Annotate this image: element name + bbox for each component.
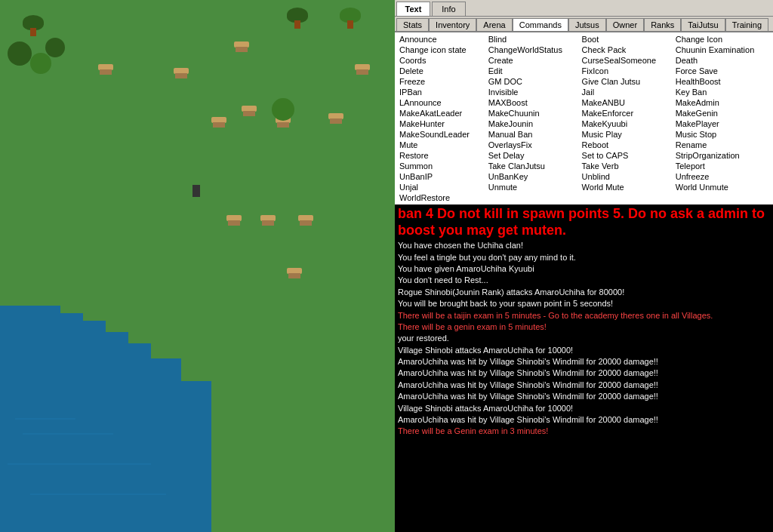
command-cell[interactable]: Manual Ban (485, 129, 579, 140)
command-cell[interactable]: Teleport (673, 161, 771, 171)
table-row: UnjalUnmuteWorld MuteWorld Unmute (396, 182, 771, 192)
command-cell[interactable]: Music Stop (673, 129, 771, 140)
command-cell[interactable]: Summon (396, 161, 485, 171)
sub-tab-jutsus[interactable]: Jutsus (568, 18, 606, 31)
sub-tab-commands[interactable]: Commands (513, 18, 568, 31)
command-cell[interactable]: MakeHunter (396, 118, 485, 129)
command-cell[interactable]: Invisible (485, 87, 579, 97)
tree (8, 42, 29, 63)
command-cell[interactable]: WorldRestore (396, 192, 485, 203)
command-cell[interactable]: Edit (485, 66, 579, 76)
command-cell[interactable]: UnBanKey (485, 171, 579, 182)
command-cell[interactable]: Boot (579, 34, 673, 45)
table-row: MuteOverlaysFixRebootRename (396, 140, 771, 150)
chat-line: AmaroUchiha was hit by Village Shinobi's… (398, 380, 770, 391)
command-cell[interactable]: ChangeWorldStatus (485, 45, 579, 55)
command-cell[interactable]: MakeSoundLeader (396, 129, 485, 140)
command-cell[interactable]: Take Verb (579, 161, 673, 171)
command-cell[interactable]: MakeAkatLeader (396, 108, 485, 118)
command-cell[interactable] (673, 192, 771, 203)
command-cell[interactable]: Key Ban (673, 87, 771, 97)
tree (287, 8, 308, 29)
command-cell[interactable]: Create (485, 55, 579, 66)
command-cell[interactable]: MakeGenin (673, 108, 771, 118)
command-cell[interactable]: Change Icon (673, 34, 771, 45)
command-cell[interactable] (485, 192, 579, 203)
command-cell[interactable]: FixIcon (579, 66, 673, 76)
announcement-text: ban 4 Do not kill in spawn points 5. Do … (398, 206, 770, 238)
command-cell[interactable]: Mute (396, 140, 485, 150)
command-cell[interactable]: CurseSealSomeone (579, 55, 673, 66)
command-cell[interactable]: MakeKyuubi (579, 118, 673, 129)
command-cell[interactable]: Set to CAPS (579, 150, 673, 161)
sub-tab-ranks[interactable]: Ranks (644, 18, 681, 31)
svg-rect-0 (0, 381, 211, 532)
command-cell[interactable]: StripOrganization (673, 150, 771, 161)
command-cell[interactable]: GM DOC (485, 76, 579, 87)
command-cell[interactable]: Delete (396, 66, 485, 76)
command-cell[interactable]: Freeze (396, 76, 485, 87)
command-cell[interactable]: HealthBoost (673, 76, 771, 87)
command-cell[interactable]: World Mute (579, 182, 673, 192)
table-row: Change icon stateChangeWorldStatusCheck … (396, 45, 771, 55)
command-cell[interactable] (579, 192, 673, 203)
command-cell[interactable]: MakeAdmin (673, 97, 771, 108)
main-tab-bar: Text Info (395, 0, 773, 17)
commands-area: AnnounceBlindBootChange IconChange icon … (395, 32, 773, 204)
water-area (0, 230, 211, 532)
chat-line: There will be a genin exam in 5 minutes! (398, 321, 770, 333)
command-cell[interactable]: Blind (485, 34, 579, 45)
sub-tab-taijutsu[interactable]: TaiJutsu (681, 18, 725, 31)
sub-tab-stats[interactable]: Stats (396, 18, 429, 31)
command-cell[interactable]: MakePlayer (673, 118, 771, 129)
tab-text[interactable]: Text (396, 2, 430, 16)
table-row: IPBanInvisibleJailKey Ban (396, 87, 771, 97)
stump (242, 106, 257, 116)
command-cell[interactable]: Change icon state (396, 45, 485, 55)
command-cell[interactable]: OverlaysFix (485, 140, 579, 150)
command-cell[interactable]: LAnnounce (396, 97, 485, 108)
command-cell[interactable]: Music Play (579, 129, 673, 140)
command-cell[interactable]: MAXBoost (485, 97, 579, 108)
stump (98, 64, 113, 75)
command-cell[interactable]: Force Save (673, 66, 771, 76)
command-cell[interactable]: Announce (396, 34, 485, 45)
command-cell[interactable]: IPBan (396, 87, 485, 97)
command-cell[interactable]: Chuunin Examination (673, 45, 771, 55)
table-row: WorldRestore (396, 192, 771, 203)
command-cell[interactable]: Unfreeze (673, 171, 771, 182)
command-cell[interactable]: Check Pack (579, 45, 673, 55)
command-cell[interactable]: Jail (579, 87, 673, 97)
sub-tab-owner[interactable]: Owner (606, 18, 644, 31)
command-cell[interactable]: Unmute (485, 182, 579, 192)
command-cell[interactable]: Take ClanJutsu (485, 161, 579, 171)
command-cell[interactable]: MakeEnforcer (579, 108, 673, 118)
table-row: UnBanIPUnBanKeyUnblindUnfreeze (396, 171, 771, 182)
stump (226, 215, 242, 226)
right-panel: Text Info Stats Inventory Arena Commands… (395, 0, 773, 532)
command-cell[interactable]: Give Clan Jutsu (579, 76, 673, 87)
tab-info[interactable]: Info (432, 2, 466, 16)
game-area (0, 0, 395, 532)
command-cell[interactable]: MakeJounin (485, 118, 579, 129)
command-cell[interactable]: MakeANBU (579, 97, 673, 108)
sub-tab-training[interactable]: Training (725, 18, 768, 31)
table-row: RestoreSet DelaySet to CAPSStripOrganiza… (396, 150, 771, 161)
command-cell[interactable]: MakeChuunin (485, 108, 579, 118)
command-cell[interactable]: World Unmute (673, 182, 771, 192)
command-cell[interactable]: Death (673, 55, 771, 66)
command-cell[interactable]: Reboot (579, 140, 673, 150)
command-cell[interactable]: UnBanIP (396, 171, 485, 182)
command-cell[interactable]: Unjal (396, 182, 485, 192)
command-cell[interactable]: Set Delay (485, 150, 579, 161)
command-cell[interactable]: Unblind (579, 171, 673, 182)
chat-line: Village Shinobi attacks AmaroUchiha for … (398, 345, 770, 356)
chat-line: You feel a tingle but you don't pay any … (398, 252, 770, 263)
command-cell[interactable]: Coords (396, 55, 485, 66)
chat-line: You don't need to Rest... (398, 275, 770, 286)
sub-tab-arena[interactable]: Arena (476, 18, 512, 31)
command-cell[interactable]: Rename (673, 140, 771, 150)
command-cell[interactable]: Restore (396, 150, 485, 161)
chat-line: your restored. (398, 333, 770, 344)
sub-tab-inventory[interactable]: Inventory (429, 18, 476, 31)
